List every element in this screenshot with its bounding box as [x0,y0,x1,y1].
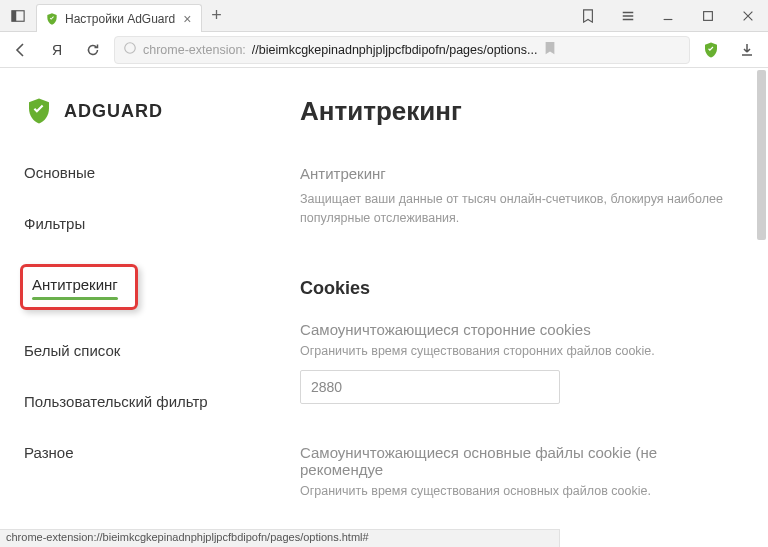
tab-title: Настройки AdGuard [65,12,175,26]
svg-rect-2 [704,11,713,20]
stealth-section-desc: Защищает ваши данные от тысяч онлайн-сче… [300,190,738,228]
browser-tab[interactable]: Настройки AdGuard × [36,4,202,32]
sidebar-item-general[interactable]: Основные [24,164,95,181]
browser-toolbar: Я chrome-extension: //bieimkcgkepinadnph… [0,32,768,68]
page-content: ADGUARD Основные Фильтры Антитрекинг Бел… [0,68,768,529]
downloads-button[interactable] [732,36,762,64]
brand-text: ADGUARD [64,101,163,122]
firstparty-cookie-label: Самоуничтожающиеся основные файлы cookie… [300,444,738,478]
adguard-extension-icon[interactable] [696,36,726,64]
sidebar-item-userfilter[interactable]: Пользовательский фильтр [24,393,208,410]
sidebar-nav: Основные Фильтры Антитрекинг Белый списо… [24,164,250,461]
app-logo: ADGUARD [24,96,250,126]
scrollbar[interactable] [756,68,766,529]
sidebar-item-stealth-wrap: Антитрекинг [24,266,132,308]
yandex-home-button[interactable]: Я [42,36,72,64]
svg-text:Я: Я [52,42,62,58]
close-icon[interactable]: × [181,12,193,26]
sidebar-item-stealth[interactable]: Антитрекинг [32,276,118,293]
window-minimize-button[interactable] [648,0,688,31]
window-close-button[interactable] [728,0,768,31]
svg-point-4 [125,43,136,54]
window-maximize-button[interactable] [688,0,728,31]
thirdparty-cookie-input[interactable] [300,370,560,404]
hamburger-menu-icon[interactable] [608,0,648,31]
cookies-heading: Cookies [300,278,738,299]
page-title: Антитрекинг [300,96,738,127]
thirdparty-cookie-label: Самоуничтожающиеся сторонние cookies [300,321,738,338]
bookmark-menu-icon[interactable] [568,0,608,31]
browser-titlebar: Настройки AdGuard × + [0,0,768,32]
svg-rect-1 [12,10,16,21]
active-indicator [32,297,118,300]
panel-toggle-button[interactable] [0,0,36,31]
address-scheme: chrome-extension: [143,43,246,57]
new-tab-button[interactable]: + [202,0,230,31]
thirdparty-cookie-desc: Ограничить время существования сторонних… [300,344,738,358]
page-lock-icon [123,41,137,58]
sidebar: ADGUARD Основные Фильтры Антитрекинг Бел… [0,68,250,529]
status-bar: chrome-extension://bieimkcgkepinadnphjpl… [0,529,560,547]
stealth-section-label: Антитрекинг [300,165,738,182]
sidebar-item-filters[interactable]: Фильтры [24,215,85,232]
firstparty-cookie-desc: Ограничить время существования основных … [300,484,738,498]
address-bar[interactable]: chrome-extension: //bieimkcgkepinadnphjp… [114,36,690,64]
back-button[interactable] [6,36,36,64]
reload-button[interactable] [78,36,108,64]
scrollbar-thumb[interactable] [757,70,766,240]
main-content: Антитрекинг Антитрекинг Защищает ваши да… [250,68,768,529]
shield-check-icon [45,12,59,26]
sidebar-item-misc[interactable]: Разное [24,444,74,461]
sidebar-item-whitelist[interactable]: Белый список [24,342,120,359]
bookmark-icon[interactable] [543,41,557,58]
shield-check-icon [24,96,54,126]
address-path: //bieimkcgkepinadnphjpljpcfbdipofn/pages… [252,43,538,57]
